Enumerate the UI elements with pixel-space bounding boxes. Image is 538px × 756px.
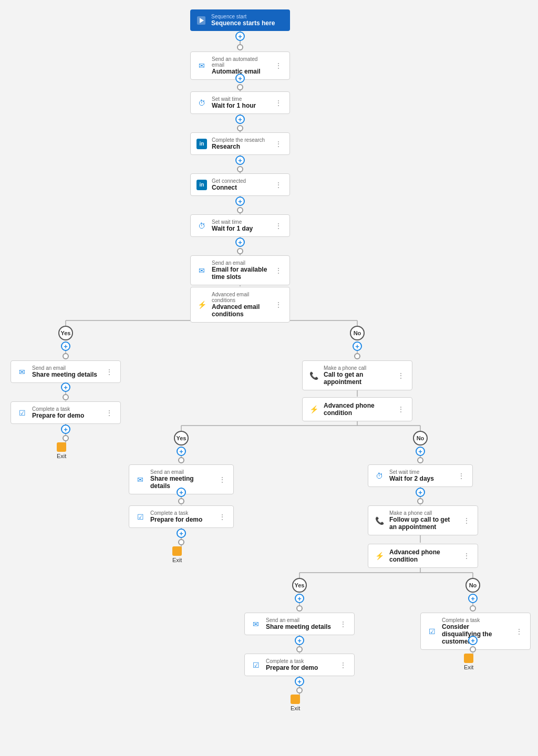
add-btn-1[interactable]: +	[235, 32, 245, 41]
connector-yes3a	[296, 605, 303, 612]
add-btn-yes2c[interactable]: +	[177, 529, 186, 538]
yes3-branch-label: Yes	[292, 578, 307, 593]
exit-label-no3: Exit	[464, 664, 473, 670]
wait-1day-node: ⏱ Set wait time Wait for 1 day ⋮	[190, 214, 290, 237]
share-meeting-yes3-label: Send an email	[266, 617, 333, 623]
add-btn-yes3a[interactable]: +	[295, 594, 304, 603]
no-branch-label: No	[350, 326, 365, 340]
adv-phone-2-menu[interactable]: ⋮	[461, 551, 472, 561]
connector-5	[237, 207, 243, 213]
exit-icon-yes3	[291, 695, 300, 704]
adv-phone-1-title: Advanced phone condition	[324, 402, 391, 417]
add-btn-6[interactable]: +	[235, 237, 245, 247]
exit-no3-node: Exit	[464, 654, 473, 670]
share-meeting-yes-label: Send an email	[32, 365, 99, 371]
wait-2days-menu[interactable]: ⋮	[456, 471, 467, 481]
prepare-demo-yes2-menu[interactable]: ⋮	[216, 512, 228, 522]
email-icon-3: ✉	[16, 366, 28, 378]
connector-3	[237, 125, 243, 131]
start-icon	[195, 15, 207, 26]
connector-1	[237, 44, 243, 50]
add-btn-yes3b[interactable]: +	[295, 636, 304, 645]
flow-canvas: Sequence start Sequence starts here + ✉ …	[0, 0, 538, 756]
connector-no3a	[470, 605, 476, 612]
share-meeting-yes-title: Share meeting details	[32, 371, 99, 378]
yes-branch-label: Yes	[58, 326, 73, 340]
adv-email-title: Advanced email conditions	[212, 303, 268, 318]
connector-yes3	[63, 435, 69, 441]
research-menu[interactable]: ⋮	[273, 139, 284, 149]
followup-call-title: Follow up call to get an appointment	[389, 516, 457, 531]
prepare-demo-yes-title: Prepare for demo	[32, 412, 99, 419]
adv-phone-2-title: Advanced phone condition	[389, 548, 457, 563]
exit-label-yes2: Exit	[172, 557, 182, 563]
prepare-demo-yes2-node: ☑ Complete a task Prepare for demo ⋮	[129, 505, 234, 528]
email-icon-5: ✉	[250, 618, 262, 630]
prepare-demo-yes-menu[interactable]: ⋮	[104, 408, 115, 418]
disqualify-menu[interactable]: ⋮	[513, 626, 525, 637]
email-timeslots-title: Email for available time slots	[212, 266, 268, 281]
share-meeting-yes3-node: ✉ Send an email Share meeting details ⋮	[244, 613, 355, 635]
call-appt-menu[interactable]: ⋮	[395, 370, 407, 381]
exit-yes3-node: Exit	[291, 695, 300, 711]
followup-call-menu[interactable]: ⋮	[461, 515, 472, 526]
wait-1hour-menu[interactable]: ⋮	[273, 98, 284, 108]
connector-no2b	[417, 498, 423, 504]
task-icon-2: ☑	[134, 511, 146, 523]
wait-1day-label: Set wait time	[212, 219, 268, 225]
auto-email-label: Send an automated email	[212, 56, 268, 68]
adv-phone-1-menu[interactable]: ⋮	[395, 404, 407, 415]
wait-1hour-node: ⏱ Set wait time Wait for 1 hour ⋮	[190, 91, 290, 114]
add-btn-yes2b[interactable]: +	[177, 488, 186, 497]
adv-phone-cond2-node: ⚡ Advanced phone condition ⋮	[368, 544, 478, 568]
connector-yes2a	[178, 457, 184, 463]
add-btn-no3a[interactable]: +	[468, 594, 478, 603]
phone-icon-2: 📞	[374, 515, 385, 526]
followup-call-node: 📞 Make a phone call Follow up call to ge…	[368, 505, 478, 535]
wait-1day-menu[interactable]: ⋮	[273, 221, 284, 231]
auto-email-menu[interactable]: ⋮	[273, 60, 284, 71]
share-meeting-yes2-menu[interactable]: ⋮	[216, 474, 228, 485]
task-icon-4: ☑	[426, 626, 438, 637]
exit-icon-yes2	[172, 546, 182, 556]
add-btn-yes3[interactable]: +	[61, 424, 70, 434]
share-meeting-yes-menu[interactable]: ⋮	[104, 367, 115, 377]
prepare-demo-yes3-node: ☑ Complete a task Prepare for demo ⋮	[244, 654, 355, 676]
task-icon-3: ☑	[250, 659, 262, 671]
add-btn-yes1[interactable]: +	[61, 341, 70, 351]
prepare-demo-yes3-menu[interactable]: ⋮	[337, 660, 349, 670]
add-btn-5[interactable]: +	[235, 196, 245, 206]
wait-icon-3: ⏱	[374, 470, 385, 482]
research-label: Complete the research	[212, 137, 268, 143]
yes2-branch-label: Yes	[174, 431, 189, 446]
connect-menu[interactable]: ⋮	[273, 180, 284, 190]
adv-email-label: Advanced email conditions	[212, 292, 268, 303]
share-meeting-yes3-menu[interactable]: ⋮	[337, 619, 349, 629]
add-btn-no2b[interactable]: +	[416, 488, 425, 497]
email-timeslots-menu[interactable]: ⋮	[273, 265, 284, 276]
connector-yes2c	[178, 539, 184, 545]
wait-2days-title: Wait for 2 days	[389, 475, 451, 482]
add-btn-4[interactable]: +	[235, 156, 245, 165]
connector-yes2b	[178, 498, 184, 504]
wait-icon-2: ⏱	[196, 220, 208, 232]
connector-6	[237, 248, 243, 254]
add-btn-yes2[interactable]: +	[61, 382, 70, 392]
add-btn-no2a[interactable]: +	[416, 447, 425, 456]
add-btn-no1[interactable]: +	[353, 341, 362, 351]
connector-no3b	[470, 646, 476, 653]
add-btn-yes3c[interactable]: +	[295, 677, 304, 686]
linkedin-icon-1: in	[196, 138, 208, 150]
add-btn-2[interactable]: +	[235, 74, 245, 83]
add-btn-3[interactable]: +	[235, 115, 245, 124]
connector-2	[237, 84, 243, 90]
connector-yes1	[63, 353, 69, 359]
add-btn-no3b[interactable]: +	[468, 636, 478, 645]
exit-label-yes3: Exit	[291, 705, 300, 711]
adv-email-menu[interactable]: ⋮	[273, 299, 284, 310]
share-meeting-yes2-label: Send an email	[150, 469, 212, 475]
add-btn-yes2a[interactable]: +	[177, 447, 186, 456]
followup-call-label: Make a phone call	[389, 510, 457, 516]
prepare-demo-yes-label: Complete a task	[32, 406, 99, 412]
wait-2days-label: Set wait time	[389, 469, 451, 475]
